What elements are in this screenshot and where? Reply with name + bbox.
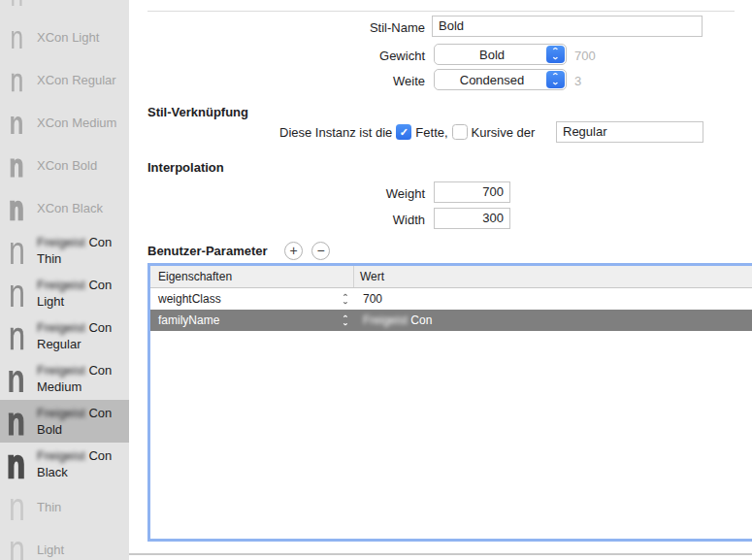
style-name-label: Stil-Name (279, 20, 425, 35)
sidebar-item-label: XCon Black (37, 200, 103, 216)
width-class-popup[interactable]: Condensed ⌃⌄ (434, 69, 567, 90)
interpolation-weight-label: Weight (279, 186, 425, 201)
sidebar-item-label: Freigeist ConLight (37, 277, 112, 310)
weight-class-label: Gewicht (279, 49, 425, 63)
glyph-preview-n-icon: n (0, 58, 33, 101)
width-class-numeric: 3 (574, 74, 581, 88)
sidebar-item-freigeist-con-bold[interactable]: n Freigeist ConBold (0, 400, 129, 443)
glyph-preview-n-icon: n (0, 0, 33, 16)
bold-linking-label: Fette, (415, 125, 447, 140)
width-class-label: Weite (279, 74, 425, 88)
glyph-preview-n-icon: n (0, 314, 33, 357)
row-stepper-icon[interactable]: ⌃⌄ (337, 294, 353, 305)
sidebar-item-freigeist-con-regular[interactable]: n Freigeist ConRegular (0, 314, 129, 357)
checkmark-icon: ✓ (400, 126, 409, 139)
italic-linking-label: Kursive der (472, 125, 536, 140)
style-linking-heading: Stil-Verknüpfung (147, 105, 248, 119)
sidebar-item-label: Freigeist ConMedium (37, 362, 112, 395)
sidebar-item-label: Freigeist ConBold (37, 405, 112, 438)
add-parameter-button[interactable]: + (284, 242, 303, 260)
column-divider[interactable] (353, 266, 354, 287)
glyph-preview-n-icon: n (0, 101, 33, 144)
italic-linking-checkbox[interactable] (452, 124, 468, 140)
sidebar-item-xcon-medium[interactable]: n XCon Medium (0, 101, 129, 144)
glyph-preview-n-icon: n (0, 144, 33, 186)
sidebar-item-freigeist-con-medium[interactable]: n Freigeist ConMedium (0, 357, 129, 400)
weight-class-popup[interactable]: Bold ⌃⌄ (434, 44, 567, 65)
top-divider (147, 11, 735, 12)
custom-parameters-heading: Benutzer-Parameter (147, 244, 268, 258)
column-header-property[interactable]: Eigenschaften (150, 270, 353, 283)
sidebar-item-label: XCon Medium (37, 115, 116, 131)
interpolation-width-field[interactable]: 300 (434, 208, 510, 229)
instance-settings-window: n n XCon Light n XCon Regular n XCon Med… (0, 0, 752, 560)
parameter-value: Freigeist Con (353, 313, 432, 327)
popup-stepper-icon[interactable]: ⌃⌄ (546, 71, 565, 88)
glyph-preview-n-icon: n (0, 229, 33, 272)
glyph-preview-n-icon: n (0, 186, 33, 229)
glyph-preview-n-icon: n (0, 443, 33, 485)
glyph-preview-n-icon: n (0, 272, 33, 314)
sidebar-item-thin[interactable]: n Thin (0, 485, 129, 528)
remove-parameter-button[interactable]: − (311, 242, 330, 260)
sidebar-item-light[interactable]: n Light (0, 528, 129, 560)
sidebar-item-label: Light (37, 542, 64, 558)
parameter-value: 700 (353, 292, 382, 306)
bottom-divider (129, 553, 752, 555)
glyph-preview-n-icon: n (0, 357, 33, 400)
style-linking-prefix: Diese Instanz ist die (279, 125, 392, 140)
sidebar-item-xcon-regular[interactable]: n XCon Regular (0, 58, 129, 101)
glyph-preview-n-icon: n (0, 16, 33, 58)
interpolation-heading: Interpolation (147, 160, 224, 175)
sidebar-item-partial[interactable]: n (0, 0, 129, 16)
sidebar-item-label: XCon Regular (37, 72, 116, 88)
sidebar-item-xcon-light[interactable]: n XCon Light (0, 16, 129, 58)
interpolation-weight-field[interactable]: 700 (434, 181, 510, 203)
instances-sidebar: n n XCon Light n XCon Regular n XCon Med… (0, 0, 129, 560)
sidebar-item-label: Freigeist ConThin (37, 234, 112, 267)
instance-detail-panel: Stil-Name Bold Gewicht Bold ⌃⌄ 700 Weite… (129, 0, 752, 560)
sidebar-item-label: XCon Light (37, 29, 99, 46)
sidebar-item-xcon-black[interactable]: n XCon Black (0, 186, 129, 229)
interpolation-width-label: Width (279, 213, 425, 227)
sidebar-item-freigeist-con-thin[interactable]: n Freigeist ConThin (0, 229, 129, 272)
glyph-preview-n-icon: n (0, 485, 33, 528)
style-linking-row: Diese Instanz ist die ✓ Fette, Kursive d… (279, 121, 535, 143)
custom-parameters-table: Eigenschaften Wert weightClass ⌃⌄ 700 fa… (147, 263, 752, 542)
popup-stepper-icon[interactable]: ⌃⌄ (546, 46, 565, 63)
weight-class-numeric: 700 (574, 49, 596, 63)
row-stepper-icon[interactable]: ⌃⌄ (337, 315, 353, 326)
style-name-field[interactable]: Bold (432, 16, 703, 37)
sidebar-item-freigeist-con-light[interactable]: n Freigeist ConLight (0, 272, 129, 314)
table-row-familyname[interactable]: familyName ⌃⌄ Freigeist Con (150, 310, 752, 331)
parameter-name: weightClass (150, 292, 337, 306)
column-header-value[interactable]: Wert (353, 270, 384, 283)
linked-style-field[interactable]: Regular (556, 121, 703, 143)
sidebar-item-label: Freigeist ConRegular (37, 319, 112, 352)
bold-linking-checkbox[interactable]: ✓ (396, 124, 411, 140)
table-header: Eigenschaften Wert (150, 266, 752, 288)
sidebar-item-label: XCon Bold (37, 157, 97, 174)
sidebar-item-freigeist-con-black[interactable]: n Freigeist ConBlack (0, 443, 129, 485)
glyph-preview-n-icon: n (0, 400, 33, 443)
parameter-name: familyName (150, 313, 337, 327)
table-row-weightclass[interactable]: weightClass ⌃⌄ 700 (150, 288, 752, 310)
sidebar-item-xcon-bold[interactable]: n XCon Bold (0, 144, 129, 186)
glyph-preview-n-icon: n (0, 528, 33, 560)
sidebar-item-label: Thin (37, 499, 61, 515)
sidebar-item-label: Freigeist ConBlack (37, 447, 112, 480)
